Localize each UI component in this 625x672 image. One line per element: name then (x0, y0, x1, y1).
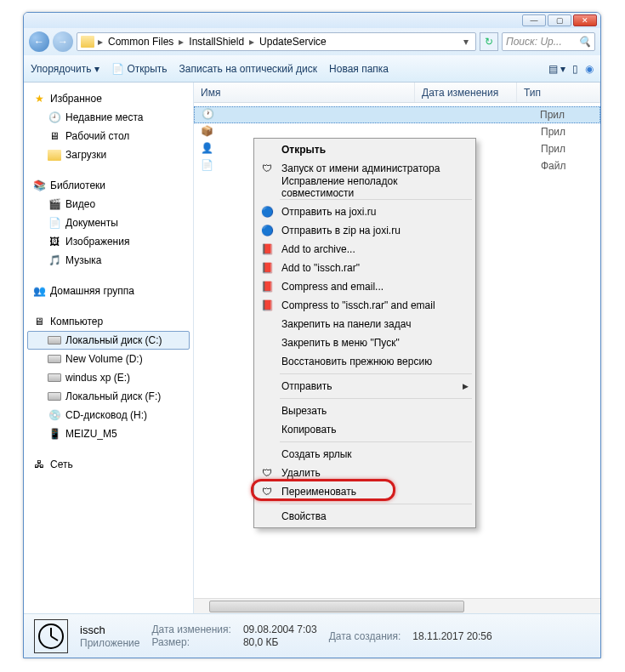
file-large-icon (34, 619, 68, 653)
chevron-down-icon: ▾ (94, 63, 99, 75)
music-icon: 🎵 (48, 253, 61, 267)
menu-item[interactable]: Исправление неполадок совместимости (256, 178, 474, 196)
drive-icon (48, 333, 61, 347)
sidebar-item[interactable]: windus xp (E:) (27, 368, 190, 387)
libraries-group[interactable]: 📚Библиотеки (27, 176, 190, 195)
network-group[interactable]: 🖧Сеть (27, 455, 190, 474)
app-icon: 👤 (201, 142, 214, 156)
breadcrumb[interactable]: UpdateService (258, 36, 328, 48)
joxi-icon: 🔵 (260, 205, 274, 219)
details-filetype: Приложение (80, 637, 139, 649)
column-type[interactable]: Тип (517, 83, 600, 102)
address-bar[interactable]: ▸ Common Files ▸ InstallShield ▸ UpdateS… (77, 32, 476, 51)
details-value: 09.08.2004 7:03 (243, 624, 317, 635)
view-options-icon[interactable]: ▤ ▾ (548, 63, 565, 75)
sidebar-item[interactable]: 🎬Видео (27, 195, 190, 214)
sidebar-item[interactable]: 📄Документы (27, 214, 190, 232)
menu-item[interactable]: 📕Add to "issch.rar" (256, 259, 474, 277)
maximize-button[interactable]: ▢ (548, 14, 571, 26)
shield-icon: 🛡 (260, 162, 274, 175)
menu-item-label: Переименовать (281, 486, 356, 498)
favorites-group[interactable]: ★Избранное (27, 89, 190, 108)
menu-item[interactable]: Отправить▶ (256, 377, 474, 396)
sidebar-item[interactable]: 📱MEIZU_M5 (27, 424, 190, 443)
menu-item[interactable]: Открыть (256, 140, 474, 159)
menu-item-label: Свойства (281, 510, 327, 522)
homegroup-icon: 👥 (32, 284, 46, 298)
help-icon[interactable]: ◉ (585, 63, 594, 75)
new-folder-button[interactable]: Новая папка (329, 63, 389, 75)
menu-item-label: Вырезать (281, 405, 327, 417)
drive-icon (48, 390, 61, 403)
minimize-button[interactable]: — (522, 14, 546, 26)
menu-item[interactable]: Создать ярлык (256, 445, 474, 464)
details-label: Дата создания: (329, 630, 401, 642)
menu-item[interactable]: Закрепить на панели задач (256, 315, 474, 333)
joxi-icon: 🔵 (260, 224, 274, 237)
chevron-right-icon: ▸ (247, 36, 256, 48)
chevron-right-icon: ▶ (463, 382, 469, 390)
chevron-down-icon[interactable]: ▾ (460, 36, 472, 48)
menu-item[interactable]: Свойства (256, 507, 474, 526)
sidebar-item[interactable]: 🕘Недавние места (27, 108, 190, 127)
preview-pane-icon[interactable]: ▯ (572, 63, 578, 75)
sidebar-item-drive-c[interactable]: Локальный диск (C:) (27, 331, 190, 350)
menu-item-label: Add to archive... (281, 243, 355, 255)
menu-item-label: Compress and email... (281, 281, 384, 293)
address-bar-row: ← → ▸ Common Files ▸ InstallShield ▸ Upd… (24, 28, 600, 55)
breadcrumb[interactable]: InstallShield (187, 36, 246, 48)
menu-item[interactable]: 🔵Отправить в zip на joxi.ru (256, 221, 474, 240)
menu-item[interactable]: 📕Compress and email... (256, 277, 474, 296)
search-input[interactable]: Поиск: Up... 🔍 (502, 32, 595, 51)
computer-icon: 🖥 (32, 315, 46, 328)
sidebar-item[interactable]: 💿CD-дисковод (H:) (27, 406, 190, 424)
sidebar-item[interactable]: Локальный диск (F:) (27, 387, 190, 406)
file-row[interactable]: 🕐Прил (194, 106, 600, 123)
sidebar-item[interactable]: 🖥Рабочий стол (27, 127, 190, 145)
rar-icon: 📕 (260, 280, 274, 293)
menu-item[interactable]: 📕Compress to "issch.rar" and email (256, 296, 474, 315)
menu-item[interactable]: 📕Add to archive... (256, 240, 474, 259)
menu-item[interactable]: Копировать (256, 420, 474, 439)
details-label: Дата изменения: (151, 624, 231, 635)
video-icon: 🎬 (48, 197, 61, 211)
svg-line-2 (51, 636, 58, 641)
recent-icon: 🕘 (48, 111, 61, 124)
column-headers: Имя Дата изменения Тип (194, 83, 600, 103)
burn-button[interactable]: Записать на оптический диск (179, 63, 318, 75)
computer-group[interactable]: 🖥Компьютер (27, 312, 190, 331)
file-icon: 📄 (201, 159, 214, 173)
menu-item[interactable]: Закрепить в меню "Пуск" (256, 333, 474, 352)
open-button[interactable]: 📄Открыть (111, 63, 167, 75)
back-button[interactable]: ← (29, 31, 49, 52)
column-name[interactable]: Имя (194, 83, 415, 102)
forward-button[interactable]: → (53, 31, 73, 52)
close-button[interactable]: ✕ (573, 14, 597, 26)
drive-icon (48, 371, 61, 384)
breadcrumb[interactable]: Common Files (106, 36, 175, 48)
menu-separator (280, 504, 472, 504)
menu-item[interactable]: 🔵Отправить на joxi.ru (256, 202, 474, 221)
sidebar-item[interactable]: 🖼Изображения (27, 232, 190, 251)
organize-menu[interactable]: Упорядочить ▾ (31, 63, 99, 75)
details-value: 80,0 КБ (243, 636, 317, 648)
menu-item[interactable]: Восстановить прежнюю версию (256, 352, 474, 371)
horizontal-scrollbar[interactable] (194, 598, 600, 613)
rar-icon: 📕 (260, 261, 274, 275)
menu-item[interactable]: Вырезать (256, 401, 474, 420)
menu-item[interactable]: 🛡Удалить (256, 464, 474, 482)
sidebar-item[interactable]: Загрузки (27, 145, 190, 164)
cd-icon: 💿 (48, 408, 61, 422)
menu-item-label: Закрепить в меню "Пуск" (281, 337, 400, 349)
menu-item[interactable]: 🛡Переименовать (256, 482, 474, 501)
homegroup-group[interactable]: 👥Домашняя группа (27, 282, 190, 300)
sidebar-item[interactable]: New Volume (D:) (27, 350, 190, 368)
menu-item-label: Add to "issch.rar" (281, 262, 360, 274)
scrollbar-thumb[interactable] (209, 601, 464, 612)
refresh-button[interactable]: ↻ (480, 32, 498, 51)
open-icon: 📄 (111, 63, 123, 75)
sidebar-item[interactable]: 🎵Музыка (27, 251, 190, 270)
rar-icon: 📕 (260, 299, 274, 312)
menu-item-label: Отправить (281, 380, 332, 392)
column-date[interactable]: Дата изменения (415, 83, 517, 102)
